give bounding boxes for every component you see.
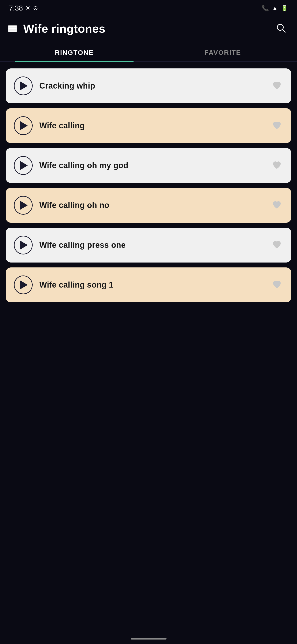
ringtone-title: Wife calling press one <box>39 240 264 250</box>
play-icon <box>20 82 28 90</box>
battery-icon: 🔋 <box>281 5 288 12</box>
play-button[interactable] <box>14 76 33 95</box>
hamburger-line-1 <box>8 26 16 26</box>
list-item[interactable]: Cracking whip <box>6 68 291 103</box>
favorite-button[interactable] <box>271 278 283 292</box>
play-button[interactable] <box>14 116 33 135</box>
header-left: Wife ringtones <box>8 22 105 35</box>
heart-icon <box>272 160 282 170</box>
search-button[interactable] <box>274 21 288 36</box>
list-item[interactable]: Wife calling <box>6 108 291 143</box>
favorite-button[interactable] <box>271 199 283 212</box>
call-icon: 📞 <box>262 5 269 12</box>
play-icon <box>20 161 28 170</box>
status-bar: 7:38 ✕ ⊙ 📞 ▲ 🔋 <box>0 0 297 14</box>
play-button[interactable] <box>14 276 33 294</box>
status-right: 📞 ▲ 🔋 <box>262 5 288 12</box>
favorite-button[interactable] <box>271 238 283 252</box>
status-left: 7:38 ✕ ⊙ <box>9 4 38 12</box>
play-icon <box>20 280 28 289</box>
play-icon <box>20 201 28 210</box>
tabs-container: RINGTONE FAVORITE <box>0 42 297 62</box>
heart-icon <box>272 240 282 250</box>
play-icon <box>20 240 28 250</box>
heart-icon <box>272 200 282 210</box>
hamburger-line-2 <box>8 28 16 29</box>
ringtone-title: Wife calling <box>39 121 264 130</box>
play-button[interactable] <box>14 196 33 215</box>
timer-icon: ⊙ <box>33 5 38 12</box>
search-icon <box>276 23 286 33</box>
list-item[interactable]: Wife calling song 1 <box>6 268 291 302</box>
page-title: Wife ringtones <box>23 22 105 35</box>
menu-button[interactable] <box>8 25 17 32</box>
ringtone-title: Wife calling oh no <box>39 200 264 210</box>
heart-icon <box>272 81 282 90</box>
favorite-button[interactable] <box>271 119 283 132</box>
dnd-icon: ✕ <box>25 5 30 12</box>
header: Wife ringtones <box>0 14 297 42</box>
home-indicator <box>131 638 167 640</box>
heart-icon <box>272 120 282 130</box>
play-icon <box>20 121 28 130</box>
play-button[interactable] <box>14 236 33 254</box>
ringtone-list: Cracking whip Wife calling Wife calling … <box>0 66 297 311</box>
tab-ringtone[interactable]: RINGTONE <box>0 42 149 61</box>
play-button[interactable] <box>14 156 33 175</box>
favorite-button[interactable] <box>271 80 283 92</box>
hamburger-line-3 <box>8 31 16 32</box>
heart-icon <box>272 280 282 290</box>
list-item[interactable]: Wife calling press one <box>6 228 291 262</box>
list-item[interactable]: Wife calling oh my god <box>6 148 291 183</box>
ringtone-title: Cracking whip <box>39 81 264 90</box>
tab-favorite[interactable]: FAVORITE <box>149 42 297 61</box>
signal-icon: ▲ <box>272 5 278 12</box>
favorite-button[interactable] <box>271 159 283 172</box>
status-time: 7:38 <box>9 4 23 12</box>
ringtone-title: Wife calling song 1 <box>39 280 264 290</box>
list-item[interactable]: Wife calling oh no <box>6 188 291 223</box>
svg-line-1 <box>283 30 285 32</box>
ringtone-title: Wife calling oh my god <box>39 161 264 170</box>
